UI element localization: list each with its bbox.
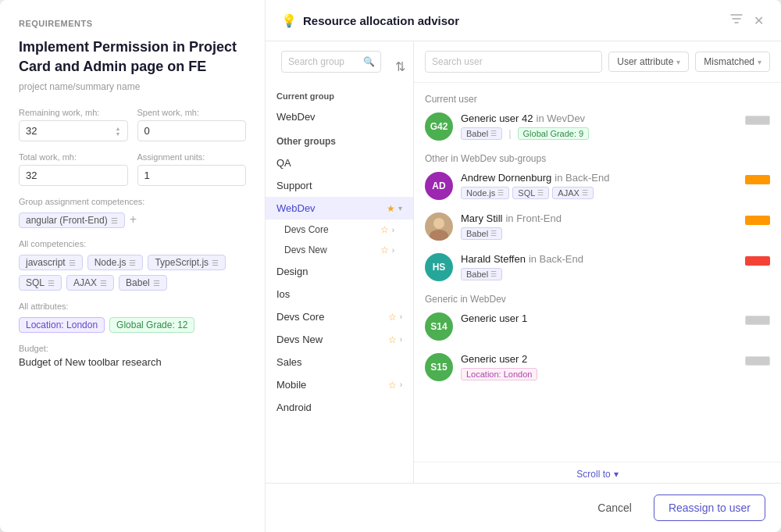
user-tag-babel-hs: Babel☰ xyxy=(461,268,502,280)
chevron-down-icon: ▾ xyxy=(614,469,619,480)
chevron-right-icon: › xyxy=(400,312,402,321)
avatar-ms xyxy=(425,212,453,241)
header-actions: ✕ xyxy=(729,11,765,30)
status-bar-ad xyxy=(745,175,770,184)
user-tags-ad: Node.js☰ SQL☰ AJAX☰ xyxy=(461,187,737,199)
filter-icon-button[interactable] xyxy=(729,11,744,30)
user-row-s14[interactable]: S14 Generic user 1 xyxy=(425,312,770,342)
add-comp-button[interactable]: + xyxy=(130,212,137,228)
group-item-support[interactable]: Support xyxy=(266,174,413,197)
star-icon: ★ xyxy=(387,203,395,214)
tag-icon: ☰ xyxy=(153,279,160,287)
dialog-panel: 💡 Resource allocation advisor ✕ 🔍 ⇅ xyxy=(266,0,781,532)
chevron-right-icon: › xyxy=(400,335,402,344)
user-tags-hs: Babel☰ xyxy=(461,268,737,280)
user-tag-sql: SQL☰ xyxy=(512,187,549,199)
all-attributes-tags: Location: London Global Grade: 12 xyxy=(19,317,246,333)
user-name-hs: Harald Steffen in Back-End xyxy=(461,253,737,265)
user-row-g42[interactable]: G42 Generic user 42 in WevDev Babel☰ | G… xyxy=(425,112,770,142)
dialog-title: Resource allocation advisor xyxy=(303,14,722,27)
all-attr-label: All attributes: xyxy=(19,302,246,311)
user-name-ms: Mary Still in Front-End xyxy=(461,212,737,224)
tag-icon: ☰ xyxy=(129,259,136,267)
user-info-ms: Mary Still in Front-End Babel☰ xyxy=(461,212,737,240)
avatar-g42: G42 xyxy=(425,112,453,141)
project-name: project name/summary name xyxy=(19,81,246,92)
assignment-units-input[interactable]: 1 xyxy=(137,165,247,186)
tag-icon: ☰ xyxy=(212,259,219,267)
tag-icon: ☰ xyxy=(69,259,76,267)
search-icon: 🔍 xyxy=(363,56,375,67)
requirements-panel: Requirements Implement Permission in Pro… xyxy=(0,0,266,532)
user-row-s15[interactable]: S15 Generic user 2 Location: London xyxy=(425,353,770,383)
reassign-button[interactable]: Reassign to user xyxy=(654,495,765,521)
dialog-header: 💡 Resource allocation advisor ✕ xyxy=(266,0,781,41)
tag-icon: ☰ xyxy=(48,279,55,287)
user-tags-s15: Location: London xyxy=(461,368,737,380)
requirements-section-heading: Requirements xyxy=(19,19,246,28)
group-item-webdev-current[interactable]: WebDev xyxy=(266,105,413,128)
chevron-right-icon: › xyxy=(400,380,402,389)
remaining-work-input[interactable]: 32 ▲▼ xyxy=(19,120,128,141)
user-name-ad: Andrew Dornenburg in Back-End xyxy=(461,172,737,184)
other-groups-label: Other groups xyxy=(266,128,413,152)
user-tag-ajax: AJAX☰ xyxy=(552,187,594,199)
user-info-s15: Generic user 2 Location: London xyxy=(461,353,737,380)
search-user-container xyxy=(425,51,602,73)
star-icon: ☆ xyxy=(380,245,389,255)
avatar-hs: HS xyxy=(425,253,453,281)
budget-label: Budget: xyxy=(19,344,246,353)
remaining-work-field: Remaining work, mh: 32 ▲▼ xyxy=(19,108,128,141)
comp-tag-ajax: AJAX☰ xyxy=(66,275,114,291)
remaining-spin-icons[interactable]: ▲▼ xyxy=(116,126,121,137)
total-work-input[interactable]: 32 xyxy=(19,165,128,186)
user-row-hs[interactable]: HS Harald Steffen in Back-End Babel☰ xyxy=(425,253,770,283)
user-tag-grade: Global Grade: 9 xyxy=(518,127,590,140)
user-tags-ms: Babel☰ xyxy=(461,227,737,240)
user-info-s14: Generic user 1 xyxy=(461,312,737,324)
status-bar-ms xyxy=(745,216,770,225)
search-user-input[interactable] xyxy=(425,51,602,73)
group-item-devs-new-sub[interactable]: Devs New ☆ › xyxy=(266,240,413,260)
svg-point-1 xyxy=(433,218,444,229)
group-item-qa[interactable]: QA xyxy=(266,152,413,174)
star-icon: ☆ xyxy=(388,380,397,391)
sort-groups-icon[interactable]: ⇅ xyxy=(395,59,405,74)
avatar-ad: AD xyxy=(425,172,453,200)
user-name-s14: Generic user 1 xyxy=(461,312,737,324)
cancel-button[interactable]: Cancel xyxy=(585,495,644,520)
avatar-s14: S14 xyxy=(425,312,453,341)
spent-work-label: Spent work, mh: xyxy=(137,108,247,117)
task-title: Implement Permission in Project Card and… xyxy=(19,37,246,77)
groups-panel: 🔍 ⇅ Current group WebDev Other groups QA… xyxy=(266,41,414,483)
close-button[interactable]: ✕ xyxy=(752,12,765,30)
mismatched-filter[interactable]: Mismatched ▾ xyxy=(695,52,770,72)
generic-section-header: Generic in WebDev xyxy=(425,294,770,305)
user-name-g42: Generic user 42 in WevDev xyxy=(461,112,737,124)
chevron-down-icon: ▾ xyxy=(398,204,402,212)
group-item-mobile[interactable]: Mobile ☆ › xyxy=(266,373,413,396)
user-tag-location-s15: Location: London xyxy=(461,368,537,380)
user-tag-babel: Babel☰ xyxy=(461,127,502,140)
group-item-android[interactable]: Android xyxy=(266,396,413,419)
other-section-header: Other in WebDev sub-groups xyxy=(425,153,770,164)
group-item-devs-core[interactable]: Devs Core ☆ › xyxy=(266,305,413,328)
user-row-ad[interactable]: AD Andrew Dornenburg in Back-End Node.js… xyxy=(425,172,770,202)
group-item-devs-new[interactable]: Devs New ☆ › xyxy=(266,328,413,351)
spent-work-input[interactable]: 0 xyxy=(137,120,247,141)
comp-tag-babel: Babel☰ xyxy=(119,275,167,291)
group-item-ios[interactable]: Ios xyxy=(266,283,413,305)
search-group-container: 🔍 xyxy=(281,51,381,73)
user-info-ad: Andrew Dornenburg in Back-End Node.js☰ S… xyxy=(461,172,737,199)
tag-menu-icon[interactable]: ☰ xyxy=(111,216,118,225)
user-attribute-filter[interactable]: User attribute ▾ xyxy=(608,52,689,72)
bulb-icon: 💡 xyxy=(281,13,297,28)
tag-icon: ☰ xyxy=(100,279,107,287)
group-item-webdev[interactable]: WebDev ★ ▾ xyxy=(266,197,413,220)
group-item-design[interactable]: Design xyxy=(266,260,413,283)
group-item-devs-core-sub[interactable]: Devs Core ☆ › xyxy=(266,220,413,240)
group-item-sales[interactable]: Sales xyxy=(266,351,413,373)
user-row-ms[interactable]: Mary Still in Front-End Babel☰ xyxy=(425,212,770,242)
scroll-to-button[interactable]: Scroll to ▾ xyxy=(576,469,618,480)
user-info-hs: Harald Steffen in Back-End Babel☰ xyxy=(461,253,737,280)
